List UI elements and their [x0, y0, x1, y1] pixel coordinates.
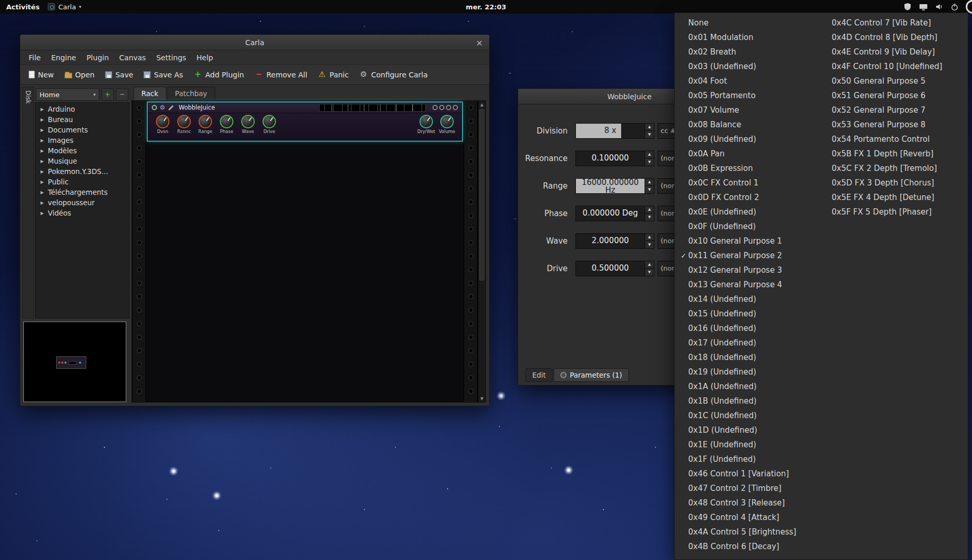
expander-arrow-icon[interactable]: ▶ — [41, 128, 48, 132]
menu-item[interactable]: ✓ 0x50 General Purpose 5 — [826, 74, 968, 88]
tree-item[interactable]: ▶ Arduino — [35, 104, 129, 114]
menu-item[interactable]: ✓ 0x5E FX 4 Depth [Detune] — [826, 190, 968, 205]
menu-item[interactable]: ✓ 0x07 Volume — [675, 103, 826, 117]
knob-dial[interactable] — [262, 115, 276, 128]
tree-item[interactable]: ▶ velopousseur — [35, 197, 129, 208]
tree-item[interactable]: ▶ Documents — [35, 125, 129, 135]
parameter-spinbox[interactable]: 0.100000 — [575, 151, 645, 166]
window-titlebar[interactable]: Carla × — [20, 35, 489, 50]
menu-item[interactable]: ✓ 0x14 (Undefined) — [675, 292, 826, 306]
tree-item[interactable]: ▶ Images — [35, 135, 129, 145]
spin-up-button[interactable]: ▲ — [645, 233, 654, 242]
menu-item[interactable]: ✓ 0x4C Control 7 [Vib Rate] — [826, 16, 968, 30]
location-select[interactable]: Home ▾ — [36, 88, 99, 101]
parameter-spinbox[interactable]: 2.000000 — [575, 233, 645, 249]
menu-item[interactable]: ✓ 0x04 Foot — [675, 74, 826, 88]
menu-item[interactable]: ✓ 0x0D FX Control 2 — [675, 190, 826, 205]
toolbar-button[interactable]: + Add Plugin — [189, 68, 248, 81]
tree-item[interactable]: ▶ Téléchargements — [35, 187, 129, 197]
menu-item[interactable]: ✓ 0x48 Control 3 [Release] — [675, 496, 826, 510]
scroll-down-icon[interactable]: ▼ — [480, 395, 483, 402]
toolbar-button[interactable]: New — [24, 69, 58, 81]
shield-icon[interactable] — [903, 3, 912, 11]
menu-item[interactable]: ✓ 0x19 (Undefined) — [675, 365, 826, 379]
menu-item[interactable]: ✓ 0x15 (Undefined) — [675, 306, 826, 321]
screen-indicator-icon[interactable] — [966, 0, 972, 14]
knob-dial[interactable] — [177, 115, 191, 128]
parameter-spinbox[interactable]: 16000.000000 Hz — [575, 178, 645, 194]
menu-bar-item[interactable]: Settings — [151, 50, 191, 65]
menu-item[interactable]: ✓ 0x1D (Undefined) — [675, 423, 826, 437]
menu-item[interactable]: ✓ None — [675, 16, 826, 30]
plugin-slot-wobblejuice[interactable]: ⚙ WobbleJuice — [147, 102, 463, 141]
parameter-spinbox[interactable]: 8 x — [575, 123, 645, 139]
menu-item[interactable]: ✓ 0x49 Control 4 [Attack] — [675, 510, 826, 525]
menu-item[interactable]: ✓ 0x03 (Undefined) — [675, 59, 826, 74]
menu-item[interactable]: ✓ 0x46 Control 1 [Variation] — [675, 466, 826, 481]
wrench-icon[interactable] — [168, 105, 174, 111]
menu-item[interactable]: ✓ 0x5F FX 5 Depth [Phaser] — [826, 205, 968, 219]
spin-down-button[interactable]: ▼ — [645, 186, 654, 194]
menu-item[interactable]: ✓ 0x4F Control 10 [Undefined] — [826, 59, 968, 74]
menu-item[interactable]: ✓ 0x16 (Undefined) — [675, 321, 826, 336]
spin-down-button[interactable]: ▼ — [645, 214, 654, 221]
spin-up-button[interactable]: ▲ — [645, 206, 654, 214]
menu-item[interactable]: ✓ 0x09 (Undefined) — [675, 132, 826, 146]
toolbar-button[interactable]: ⚠ Panic — [313, 68, 353, 81]
knob[interactable]: Dry/Wet — [417, 115, 435, 134]
menu-item[interactable]: ✓ 0x1C (Undefined) — [675, 408, 826, 423]
menu-item[interactable]: ✓ 0x4A Control 5 [Brightness] — [675, 525, 826, 539]
menu-item[interactable]: ✓ 0x52 General Purpose 7 — [826, 103, 968, 117]
menu-item[interactable]: ✓ 0x02 Breath — [675, 45, 826, 59]
menu-bar-item[interactable]: Help — [191, 50, 218, 65]
menu-item[interactable]: ✓ 0x13 General Purpose 4 — [675, 277, 826, 292]
menu-item[interactable]: ✓ 0x4B Control 6 [Decay] — [675, 539, 826, 554]
menu-item[interactable]: ✓ 0x1A (Undefined) — [675, 379, 826, 394]
toolbar-button[interactable]: ⚙ Configure Carla — [355, 68, 432, 81]
tab-rack[interactable]: Rack — [134, 87, 166, 100]
remove-location-button[interactable]: − — [116, 88, 128, 101]
menu-item[interactable]: ✓ 0x01 Modulation — [675, 30, 826, 45]
knob[interactable]: Phase — [218, 115, 235, 134]
knob-dial[interactable] — [199, 115, 212, 128]
rack-scrollbar[interactable]: ▲ ▼ — [478, 101, 485, 402]
menu-item[interactable]: ✓ 0x08 Balance — [675, 117, 826, 132]
toolbar-button[interactable]: Open — [60, 69, 99, 81]
knob-dial[interactable] — [241, 115, 255, 128]
menu-bar-item[interactable]: Canvas — [114, 50, 151, 65]
parameter-spinbox[interactable]: 0.000000 Deg — [575, 206, 645, 221]
toolbar-button[interactable]: Save As — [139, 69, 187, 81]
knob[interactable]: Range — [196, 115, 214, 134]
menu-item[interactable]: ✓ 0x47 Control 2 [Timbre] — [675, 481, 826, 496]
spin-down-button[interactable]: ▼ — [645, 269, 654, 276]
gear-icon[interactable]: ⚙ — [160, 104, 165, 111]
expander-arrow-icon[interactable]: ▶ — [41, 138, 48, 143]
menu-item[interactable]: ✓ 0x17 (Undefined) — [675, 336, 826, 350]
spin-down-button[interactable]: ▼ — [645, 158, 654, 166]
tree-item[interactable]: ▶ Pokemon.Y.3DS... — [35, 166, 129, 177]
toolbar-button[interactable]: − Remove All — [250, 68, 311, 81]
scrollbar-thumb[interactable] — [479, 109, 484, 281]
spin-up-button[interactable]: ▲ — [645, 151, 654, 159]
menu-bar-item[interactable]: Engine — [46, 50, 81, 65]
knob[interactable]: Volume — [438, 115, 456, 134]
parameter-spinbox[interactable]: 0.500000 — [575, 261, 645, 276]
add-location-button[interactable]: + — [101, 88, 114, 101]
tab-parameters[interactable]: Parameters (1) — [554, 368, 629, 382]
knob[interactable]: Rsnnc — [175, 115, 193, 134]
menu-item[interactable]: ✓ 0x0A Pan — [675, 146, 826, 161]
canvas-minimap[interactable] — [23, 322, 126, 402]
menu-item[interactable]: ✓ 0x1E (Undefined) — [675, 437, 826, 452]
activities-button[interactable]: Activités — [6, 3, 40, 11]
expander-arrow-icon[interactable]: ▶ — [41, 201, 48, 205]
tree-item[interactable]: ▶ Vidéos — [35, 208, 129, 218]
network-icon[interactable] — [919, 3, 928, 11]
menu-item[interactable]: ✓ 0x0C FX Control 1 — [675, 176, 826, 190]
menu-item[interactable]: ✓ 0x1B (Undefined) — [675, 394, 826, 408]
expander-arrow-icon[interactable]: ▶ — [41, 211, 48, 216]
tree-item[interactable]: ▶ Musique — [35, 156, 129, 166]
menu-item[interactable]: ✓ 0x1F (Undefined) — [675, 452, 826, 466]
spin-up-button[interactable]: ▲ — [645, 261, 654, 269]
knob[interactable]: Wave — [239, 115, 257, 134]
close-button[interactable]: × — [476, 35, 483, 50]
